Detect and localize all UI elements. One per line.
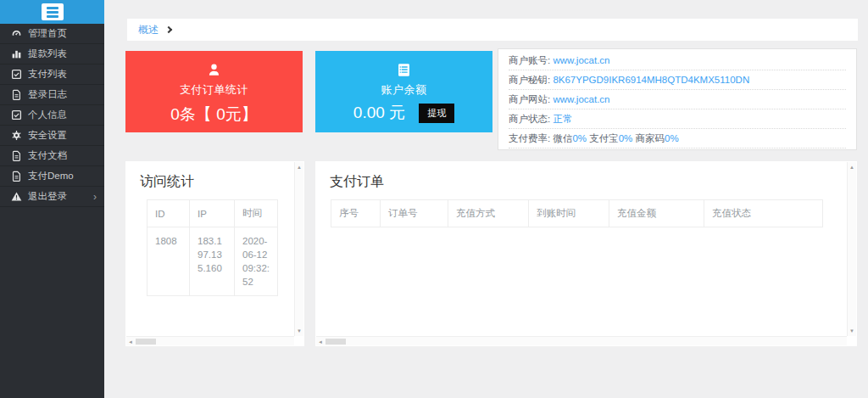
file-icon — [11, 150, 23, 161]
table-header-row: IDIP时间 — [147, 200, 278, 227]
warning-icon — [11, 191, 23, 202]
payment-stats-title: 支付订单统计 — [125, 82, 303, 98]
sidebar-item-payment-list[interactable]: 支付列表 — [0, 64, 104, 85]
info-label: 支付费率: — [509, 133, 553, 143]
balance-value: 0.00 元 — [353, 102, 405, 124]
column-header: 序号 — [331, 200, 381, 227]
sidebar-menu: 管理首页提款列表支付列表登录日志个人信息安全设置支付文档支付Demo退出登录› — [0, 24, 104, 207]
sidebar-item-payment-docs[interactable]: 支付文档 — [0, 146, 104, 166]
info-label: 商户网站: — [509, 94, 553, 104]
payment-stats-value: 0条【 0元】 — [125, 104, 303, 126]
sidebar-item-label: 安全设置 — [28, 129, 67, 142]
scroll-down-icon[interactable]: ▼ — [295, 328, 303, 334]
file-icon — [11, 89, 23, 100]
payment-orders-panel: 支付订单 序号订单号充值方式到账时间充值金额充值状态 ▲ ▼ ◄ — [315, 161, 857, 346]
column-header: 充值金额 — [609, 200, 704, 227]
bar-chart-icon — [11, 48, 23, 59]
vertical-scrollbar[interactable]: ▲ ▼ — [847, 162, 856, 336]
sidebar-item-label: 登录日志 — [28, 88, 67, 101]
payment-orders-table: 序号订单号充值方式到账时间充值金额充值状态 — [331, 199, 823, 227]
column-header: 充值方式 — [448, 200, 529, 227]
merchant-info-row: 商户账号: www.jocat.cn — [509, 51, 846, 70]
file-icon — [11, 171, 23, 182]
sidebar-item-profile[interactable]: 个人信息 — [0, 105, 104, 126]
info-value-link[interactable]: 0% — [572, 133, 587, 143]
merchant-info-row: 支付费率: 微信0% 支付宝0% 商家码0% — [509, 129, 846, 149]
gears-icon — [11, 130, 23, 141]
horizontal-scrollbar[interactable]: ◄ — [126, 336, 294, 345]
info-label: 支付宝 — [587, 133, 619, 143]
payment-orders-title: 支付订单 — [315, 161, 857, 199]
sidebar-item-withdraw-list[interactable]: 提款列表 — [0, 44, 104, 64]
sidebar-item-label: 支付列表 — [28, 68, 67, 81]
info-value-link[interactable]: 0% — [619, 133, 633, 143]
user-icon — [125, 51, 303, 78]
sidebar-header — [0, 0, 104, 24]
sidebar: 管理首页提款列表支付列表登录日志个人信息安全设置支付文档支付Demo退出登录› — [0, 0, 104, 398]
breadcrumb-link-overview[interactable]: 概述 — [138, 23, 159, 37]
table-header-row: 序号订单号充值方式到账时间充值金额充值状态 — [331, 200, 823, 227]
horizontal-scrollbar[interactable]: ◄ — [316, 336, 847, 345]
balance-title: 账户余额 — [315, 82, 492, 98]
visit-stats-table: IDIP时间1808183.197.135.1602020-06-12 09:3… — [147, 199, 278, 296]
visit-stats-title: 访问统计 — [125, 161, 304, 199]
info-label: 商家码 — [632, 133, 665, 143]
scroll-left-icon[interactable]: ◄ — [318, 339, 323, 345]
info-value-link[interactable]: 0% — [665, 133, 679, 143]
merchant-info-row: 商户秘钥: 8K67YPGD9IKR6914MH8QTD4KMX5110DN — [509, 70, 846, 90]
info-value-link[interactable]: 正常 — [553, 114, 572, 124]
sidebar-item-payment-demo[interactable]: 支付Demo — [0, 166, 104, 187]
check-square-icon — [11, 69, 23, 80]
sidebar-item-admin-home[interactable]: 管理首页 — [0, 24, 104, 44]
payment-stats-card: 支付订单统计 0条【 0元】 — [125, 51, 303, 132]
balance-card: 账户余额 0.00 元 提现 — [315, 51, 492, 132]
breadcrumb: 概述 — [127, 19, 858, 41]
table-cell: 1808 — [147, 227, 190, 296]
sidebar-item-login-log[interactable]: 登录日志 — [0, 85, 104, 105]
sidebar-item-label: 退出登录 — [28, 190, 67, 203]
scroll-up-icon[interactable]: ▲ — [848, 164, 856, 171]
main-content: 概述 支付订单统计 0条【 0元】 账户余额 0.00 元 提现 商户账号: w… — [104, 0, 868, 398]
vertical-scrollbar[interactable]: ▲ ▼ — [294, 162, 303, 336]
scroll-up-icon[interactable]: ▲ — [295, 164, 303, 171]
list-icon — [315, 51, 492, 78]
scrollbar-thumb[interactable] — [136, 339, 156, 345]
sidebar-item-label: 管理首页 — [28, 27, 67, 40]
sidebar-item-label: 提款列表 — [28, 48, 67, 60]
column-header: 订单号 — [381, 200, 448, 227]
info-label: 商户状态: — [509, 114, 553, 124]
scrollbar-thumb[interactable] — [326, 339, 346, 345]
table-row: 1808183.197.135.1602020-06-12 09:32:52 — [147, 227, 278, 296]
chevron-right-icon: › — [93, 192, 97, 202]
sidebar-item-label: 个人信息 — [28, 109, 67, 121]
info-label: 商户账号: — [509, 55, 553, 65]
merchant-info-panel: 商户账号: www.jocat.cn商户秘钥: 8K67YPGD9IKR6914… — [498, 48, 857, 150]
sidebar-item-label: 支付Demo — [28, 170, 74, 182]
sidebar-item-security-settings[interactable]: 安全设置 — [0, 126, 104, 146]
scroll-left-icon[interactable]: ◄ — [128, 339, 133, 345]
info-label: 微信 — [553, 133, 572, 143]
info-label: 商户秘钥: — [509, 75, 553, 85]
sidebar-item-logout[interactable]: 退出登录› — [0, 187, 104, 207]
column-header: ID — [147, 200, 190, 227]
withdraw-button[interactable]: 提现 — [419, 104, 454, 123]
info-value-link[interactable]: 8K67YPGD9IKR6914MH8QTD4KMX5110DN — [553, 75, 749, 85]
merchant-info-row: 商户网站: www.jocat.cn — [509, 90, 846, 109]
column-header: IP — [190, 200, 235, 227]
check-square-icon — [11, 109, 23, 121]
dashboard-icon — [11, 28, 23, 39]
column-header: 充值状态 — [704, 200, 823, 227]
table-cell: 2020-06-12 09:32:52 — [235, 227, 278, 296]
merchant-info-row: 商户状态: 正常 — [509, 109, 846, 129]
info-value-link[interactable]: www.jocat.cn — [553, 94, 609, 104]
visit-stats-panel: 访问统计 IDIP时间1808183.197.135.1602020-06-12… — [125, 161, 304, 346]
merchant-info-row: 昨日收款: 0，今日收款: 0 — [509, 149, 846, 150]
chevron-right-icon — [165, 25, 172, 32]
table-cell: 183.197.135.160 — [190, 227, 235, 296]
sidebar-item-label: 支付文档 — [28, 149, 67, 162]
scroll-down-icon[interactable]: ▼ — [848, 328, 856, 334]
menu-icon[interactable] — [42, 3, 64, 20]
column-header: 时间 — [235, 200, 278, 227]
info-value-link[interactable]: www.jocat.cn — [553, 55, 609, 65]
column-header: 到账时间 — [529, 200, 609, 227]
